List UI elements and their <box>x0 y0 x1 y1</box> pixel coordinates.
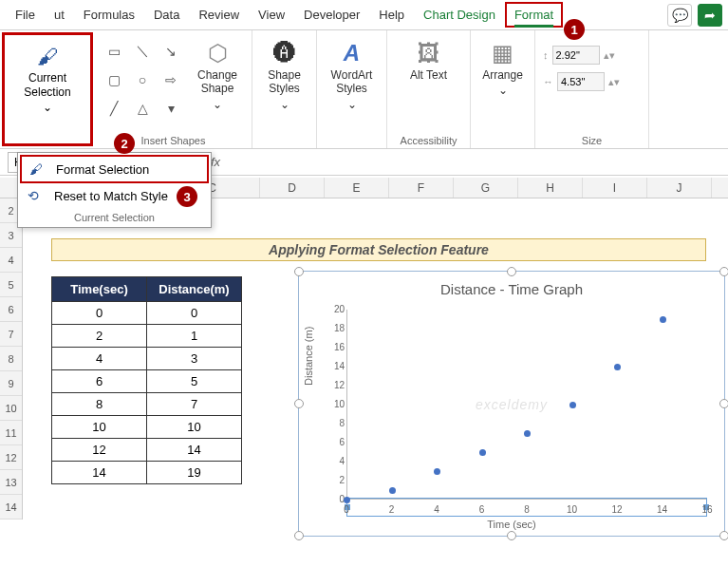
group-insert-shapes: ▭ ＼ ↘ ▢ ○ ⇨ ╱ △ ▾ ⬡ Change Shape ⌄ Inser… <box>95 30 252 148</box>
table-row: 43 <box>52 348 242 370</box>
change-shape-icon: ⬡ <box>208 40 228 66</box>
x-tick: 8 <box>517 504 536 515</box>
col-header[interactable]: I <box>583 178 647 198</box>
y-tick: 18 <box>324 323 345 333</box>
resize-handle[interactable] <box>507 267 516 276</box>
col-header[interactable]: G <box>454 178 518 198</box>
col-header[interactable]: D <box>260 178 325 198</box>
table-row: 1010 <box>52 416 242 439</box>
tab-developer[interactable]: Developer <box>294 2 369 28</box>
alt-text-icon: 🖼 <box>418 40 440 66</box>
tri-icon[interactable]: △ <box>131 97 154 120</box>
row-header[interactable]: 7 <box>0 322 22 347</box>
width-icon: ↔ <box>543 76 553 87</box>
group-wordart-styles: A WordArt Styles ⌄ <box>317 30 387 148</box>
row-header[interactable]: 12 <box>0 445 22 470</box>
col-header[interactable]: J <box>647 178 712 198</box>
col-header[interactable]: F <box>389 178 454 198</box>
width-input[interactable] <box>557 72 605 91</box>
row-header[interactable]: 8 <box>0 347 22 371</box>
resize-handle[interactable] <box>294 267 304 276</box>
line2-icon[interactable]: ╱ <box>103 97 125 120</box>
tab-format[interactable]: Format <box>505 2 563 28</box>
tab-chart-design[interactable]: Chart Design <box>414 2 505 28</box>
comments-icon[interactable]: 💬 <box>667 4 692 27</box>
row-header[interactable]: 14 <box>0 495 22 520</box>
row-header[interactable]: 4 <box>0 248 22 273</box>
row-header[interactable]: 10 <box>0 396 22 421</box>
row-header[interactable]: 11 <box>0 421 22 445</box>
data-point[interactable] <box>389 487 396 494</box>
callout-badge-3: 3 <box>177 186 197 207</box>
row-header[interactable]: 6 <box>0 297 22 322</box>
format-selection-icon: 🖌 <box>29 161 48 177</box>
tab-help[interactable]: Help <box>369 2 414 28</box>
resize-handle[interactable] <box>719 267 728 276</box>
line-icon[interactable]: ＼ <box>131 40 154 63</box>
group-label-accessibility: Accessibility <box>387 135 470 146</box>
oval-icon[interactable]: ○ <box>131 68 154 91</box>
y-axis-label[interactable]: Distance (m) <box>303 327 314 386</box>
ribbon-tabs: File ut Formulas Data Review View Develo… <box>0 0 728 30</box>
group-current-selection: 🖌 Current Selection ⌄ <box>2 32 93 146</box>
shapes-gallery[interactable]: ▭ ＼ ↘ ▢ ○ ⇨ ╱ △ ▾ <box>103 34 182 125</box>
y-tick: 8 <box>324 418 345 428</box>
rect-icon[interactable]: ▢ <box>103 68 125 91</box>
chart-container[interactable]: Distance - Time Graph Distance (m) Time … <box>298 271 725 537</box>
data-point[interactable] <box>524 430 531 437</box>
x-tick: 14 <box>653 504 672 515</box>
tab-formulas[interactable]: Formulas <box>74 2 144 28</box>
height-icon: ↕ <box>543 49 549 61</box>
wordart-styles-button[interactable]: A WordArt Styles ⌄ <box>325 34 379 117</box>
stepper-icon[interactable]: ▴▾ <box>608 76 620 88</box>
row-header[interactable]: 13 <box>0 470 22 495</box>
table-row: 21 <box>52 325 242 348</box>
data-point[interactable] <box>660 316 666 323</box>
table-header-time[interactable]: Time(sec) <box>52 277 147 302</box>
worksheet-area[interactable]: Applying Format Selection Feature Time(s… <box>23 198 728 567</box>
group-label-size: Size <box>535 135 648 146</box>
arrange-button[interactable]: ▦ Arrange ⌄ <box>478 34 527 103</box>
resize-handle[interactable] <box>719 531 728 540</box>
height-input[interactable] <box>552 46 600 65</box>
data-point[interactable] <box>434 468 440 475</box>
y-tick: 12 <box>324 380 345 390</box>
table-row: 87 <box>52 393 242 416</box>
ribbon-body: 🖌 Current Selection ⌄ ▭ ＼ ↘ ▢ ○ ⇨ ╱ △ ▾ … <box>0 30 728 149</box>
x-axis-label[interactable]: Time (sec) <box>299 519 724 530</box>
tab-view[interactable]: View <box>249 2 294 28</box>
data-point[interactable] <box>614 364 621 370</box>
resize-handle[interactable] <box>507 531 516 540</box>
plot-area[interactable]: 02468101214161820 0246810121416 <box>346 310 707 500</box>
alt-text-button[interactable]: 🖼 Alt Text <box>395 34 462 87</box>
col-header[interactable]: H <box>518 178 583 198</box>
y-tick: 6 <box>324 437 345 447</box>
arrow-icon[interactable]: ↘ <box>159 40 182 63</box>
shape-styles-button[interactable]: 🅐 Shape Styles ⌄ <box>260 34 308 117</box>
share-icon[interactable]: ➦ <box>698 4 722 27</box>
data-point[interactable] <box>479 449 486 456</box>
row-header[interactable]: 9 <box>0 371 22 396</box>
x-tick: 16 <box>698 504 717 515</box>
tab-review[interactable]: Review <box>189 2 249 28</box>
tab-file[interactable]: File <box>6 2 45 28</box>
col-header[interactable]: E <box>325 178 389 198</box>
table-row: 1214 <box>52 439 242 462</box>
change-shape-button[interactable]: ⬡ Change Shape ⌄ <box>190 34 245 117</box>
row-header[interactable]: 5 <box>0 273 22 297</box>
stepper-icon[interactable]: ▴▾ <box>604 49 615 62</box>
textbox-icon[interactable]: ▭ <box>103 40 125 63</box>
y-tick: 16 <box>324 342 345 352</box>
x-tick: 2 <box>383 504 401 515</box>
current-selection-button[interactable]: 🖌 Current Selection ⌄ <box>12 39 83 121</box>
data-point[interactable] <box>344 497 350 503</box>
data-point[interactable] <box>569 402 576 408</box>
more-icon[interactable]: ▾ <box>159 97 182 120</box>
tab-cut-partial[interactable]: ut <box>45 2 74 28</box>
format-selection-item[interactable]: 🖌 Format Selection <box>20 155 209 183</box>
chevron-down-icon: ⌄ <box>280 98 289 111</box>
table-header-distance[interactable]: Distance(m) <box>147 277 242 302</box>
arrow2-icon[interactable]: ⇨ <box>159 68 182 91</box>
tab-data[interactable]: Data <box>144 2 189 28</box>
resize-handle[interactable] <box>294 531 304 540</box>
